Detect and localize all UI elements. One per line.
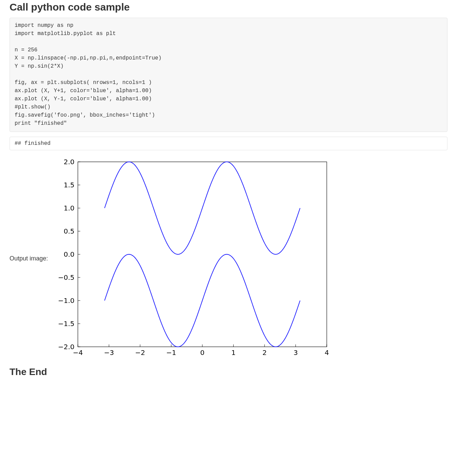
footer-heading: The End — [10, 367, 447, 377]
svg-text:−1.0: −1.0 — [58, 296, 74, 305]
svg-text:4: 4 — [325, 348, 329, 357]
svg-text:1.0: 1.0 — [64, 204, 74, 212]
stdout-cell: ## finished — [10, 137, 447, 150]
output-image-row: Output image: −4−3−2−101234−2.0−1.5−1.0−… — [10, 156, 447, 360]
svg-text:0.5: 0.5 — [64, 227, 74, 235]
code-cell: import numpy as np import matplotlib.pyp… — [10, 18, 447, 132]
svg-text:−1: −1 — [166, 348, 176, 357]
line-chart: −4−3−2−101234−2.0−1.5−1.0−0.50.00.51.01.… — [51, 156, 334, 360]
svg-text:−3: −3 — [104, 348, 114, 357]
svg-text:0: 0 — [200, 348, 205, 357]
svg-text:−0.5: −0.5 — [58, 273, 74, 282]
svg-text:0.0: 0.0 — [64, 250, 74, 258]
svg-text:1.5: 1.5 — [64, 181, 74, 189]
svg-text:1: 1 — [231, 348, 236, 357]
svg-text:−1.5: −1.5 — [58, 320, 74, 328]
output-image-label: Output image: — [10, 255, 48, 262]
svg-text:2.0: 2.0 — [64, 158, 74, 166]
svg-text:−2: −2 — [135, 348, 145, 357]
output-image: −4−3−2−101234−2.0−1.5−1.0−0.50.00.51.01.… — [51, 156, 334, 360]
svg-text:2: 2 — [263, 348, 267, 357]
svg-rect-0 — [78, 162, 327, 347]
svg-text:−2.0: −2.0 — [58, 343, 74, 351]
svg-text:3: 3 — [293, 348, 298, 357]
document-page: Call python code sample import numpy as … — [0, 1, 457, 391]
section-heading: Call python code sample — [10, 1, 447, 13]
